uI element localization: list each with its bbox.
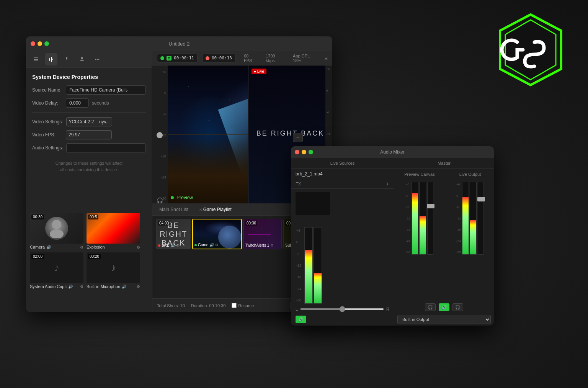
master-headphone-btn-2[interactable]: 🎧 (452, 303, 463, 311)
mic-label: Built-in Microphon 🔊 ⚙ (87, 284, 140, 289)
svg-marker-1 (505, 20, 556, 80)
shot-system-audio-thumb: ♪ 02:00 (30, 252, 83, 283)
tab-profile[interactable] (76, 53, 88, 65)
traffic-lights (31, 41, 49, 46)
left-panel: System Device Properties Source Name Vid… (26, 51, 152, 312)
svg-rect-3 (34, 59, 38, 60)
explosion-gear-icon[interactable]: ⚙ (137, 245, 140, 249)
brb-live-dot (158, 244, 160, 247)
maximize-button[interactable] (44, 41, 49, 46)
live-output-bars (462, 182, 477, 255)
fx-bar: FX + (291, 179, 394, 189)
shot-builtin-mic[interactable]: ♪ 00:20 Built-in Microphon 🔊 ⚙ (87, 252, 140, 289)
live-fader-handle[interactable] (477, 197, 485, 201)
video-fps-label: Video FPS: (32, 132, 63, 138)
camera-gear-icon[interactable]: ⚙ (80, 245, 83, 249)
game-planet (218, 226, 241, 249)
source-name-input[interactable] (66, 85, 146, 95)
live-output-label: Live Output (459, 172, 481, 177)
output-select[interactable]: Built-in Output (397, 315, 491, 324)
video-settings-select[interactable]: YCbCr 4:2:2 – uyv... (66, 117, 112, 126)
brb-gear-icon[interactable]: ⚙ (176, 243, 180, 247)
live-fader-track[interactable] (478, 182, 484, 255)
timeline-item-game[interactable]: 00:30 Game 🔊 ⚙ (192, 219, 242, 249)
twitchalerts-timer: 00:30 (245, 221, 257, 226)
panel-content: System Device Properties Source Name Vid… (26, 68, 152, 179)
preview-bar-l (412, 182, 418, 255)
volume-slider-handle[interactable] (157, 132, 163, 138)
explosion-label: Explosion ⚙ (87, 245, 140, 249)
mic-gear-icon[interactable]: ⚙ (137, 285, 140, 289)
svg-point-13 (50, 229, 64, 238)
left-vu-meter: +6 0 -6 -12 -18 -24 -30 🎧 (152, 65, 168, 205)
vu-bar-left (305, 250, 312, 303)
tab-audio[interactable] (60, 53, 73, 65)
svg-rect-4 (34, 61, 38, 61)
close-button[interactable] (31, 41, 35, 46)
audio-mixer-window: Audio Mixer Live Sources brb_2_1.mp4 FX … (291, 146, 494, 326)
shot-mic-thumb: ♪ 00:20 (87, 252, 140, 283)
stream-indicator (160, 56, 164, 60)
timeline-item-brb[interactable]: 04:00 BE RIGHT BACK BRB 🔊 ⚙ (156, 219, 191, 249)
minimize-button[interactable] (38, 41, 42, 46)
fx-add-button[interactable]: + (386, 181, 389, 187)
live-output-vu: +6 0 -8 -12 -18 -24 -30 (456, 178, 484, 255)
brb-audio-icon: 🔊 (171, 243, 175, 247)
shots-grid: 00:30 Camera 🔊 ⚙ 00:5 Explosion ⚙ (30, 213, 148, 289)
audio-settings-input[interactable] (66, 143, 146, 152)
video-fps-select[interactable]: 29.97 (66, 130, 112, 139)
forward-arrow[interactable]: → (293, 133, 303, 142)
tab-main-shot-list[interactable]: Main Shot List (156, 205, 191, 214)
mixer-close-button[interactable] (295, 150, 299, 154)
stream-button[interactable]: 2 00:00:11 (157, 54, 198, 62)
total-shots: Total Shots: 10 (157, 303, 185, 308)
source-name-display: brb_2_1.mp4 (291, 169, 394, 179)
vu-bar-right (314, 273, 322, 303)
mixer-maximize-button[interactable] (309, 150, 313, 154)
shot-camera[interactable]: 00:30 Camera 🔊 ⚙ (30, 213, 83, 249)
timeline-item-twitchalerts[interactable]: 00:30 TwitchAlerts 1 ⚙ (243, 219, 282, 249)
tab-more[interactable] (91, 53, 103, 65)
shot-explosion[interactable]: 00:5 Explosion ⚙ (87, 213, 140, 249)
source-name-label: Source Name (32, 87, 63, 93)
sys-gear-icon[interactable]: ⚙ (80, 285, 83, 289)
live-bar-l (462, 182, 469, 255)
stream-time: 00:00:11 (174, 56, 194, 61)
master-headphone-btn-1[interactable]: 🎧 (425, 303, 436, 311)
live-scale: +6 0 -8 -12 -18 -24 -30 (456, 182, 461, 255)
preview-indicator (171, 196, 174, 199)
mixer-volume-btn[interactable]: 🔊 (296, 316, 306, 323)
twitchalerts-gear-icon[interactable]: ⚙ (270, 243, 274, 247)
resume-checkbox[interactable] (232, 303, 237, 308)
collapse-arrow[interactable]: « (325, 55, 328, 61)
record-button[interactable]: 00:00:13 (202, 54, 235, 62)
tab-game-playlist[interactable]: ✕ Game Playlist (196, 205, 235, 214)
top-bar: 2 00:00:11 00:00:13 60 FPS 1799 kbps App… (152, 51, 332, 65)
shot-camera-thumb: 00:30 (30, 213, 83, 244)
mixer-body: Live Sources brb_2_1.mp4 FX + +6 0 -6 -1… (291, 158, 494, 326)
master-volume-btn[interactable]: 🔊 (439, 303, 449, 311)
mic-audio-icon: 🔊 (122, 285, 126, 289)
preview-fader-handle[interactable] (427, 204, 434, 208)
video-delay-label: Video Delay: (32, 100, 63, 106)
separator-1 (32, 112, 146, 113)
mixer-minimize-button[interactable] (302, 150, 306, 154)
headphone-icon: 🎧 (157, 197, 163, 203)
mixer-title: Audio Mixer (380, 149, 404, 155)
music-note-1: ♪ (54, 262, 59, 274)
lr-slider[interactable] (300, 308, 384, 310)
shot-system-audio[interactable]: ♪ 02:00 System Audio Capti 🔊 ⚙ (30, 252, 83, 289)
preview-fader-track[interactable] (427, 182, 433, 255)
camera-timer: 00:30 (31, 214, 44, 219)
seconds-label: seconds (92, 100, 109, 106)
tab-settings[interactable] (45, 53, 57, 65)
live-fader (478, 182, 484, 255)
video-delay-input[interactable] (66, 98, 89, 108)
live-bar-r (470, 182, 477, 255)
live-sources-header: Live Sources (291, 158, 394, 169)
tab-close-icon[interactable]: ✕ (199, 208, 203, 212)
record-indicator (206, 56, 209, 60)
game-gear-icon[interactable]: ⚙ (215, 243, 219, 247)
vu-bar-right-container (314, 227, 322, 304)
tab-layers[interactable] (30, 53, 42, 65)
